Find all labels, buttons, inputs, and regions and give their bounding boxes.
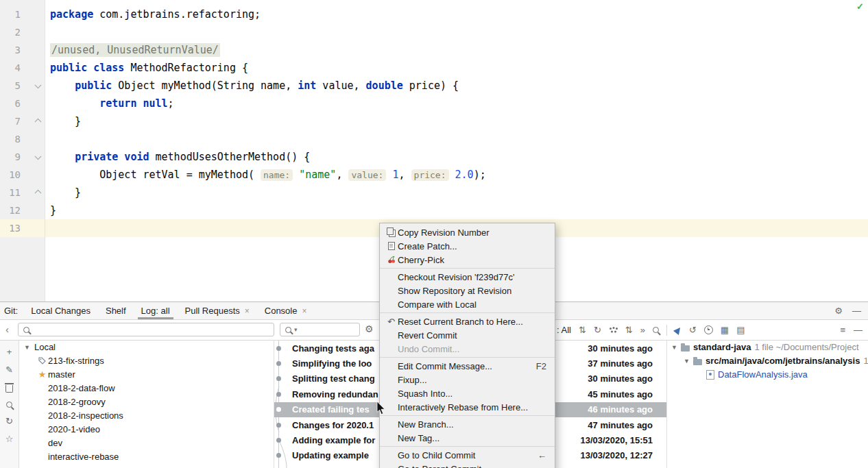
navigate-icon[interactable] (675, 327, 682, 334)
filter-settings-icon[interactable]: ⚙ (365, 323, 374, 334)
file-row[interactable]: ▼src/main/java/com/jetbrains/analysis1 (667, 354, 868, 368)
menu-item[interactable]: Copy Revision Number (380, 225, 555, 239)
settings-icon[interactable]: ⚙ (834, 306, 843, 315)
fold-open-icon[interactable] (35, 153, 42, 160)
code-line[interactable]: return null; (45, 95, 868, 112)
gutter-line: 8 (0, 130, 45, 148)
branch-item[interactable]: 213-fix-strings (19, 354, 274, 368)
tab-shelf[interactable]: Shelf (98, 302, 134, 319)
sort-icon[interactable]: ⇅ (579, 325, 586, 334)
code-line[interactable]: } (45, 201, 868, 219)
branch-item[interactable]: 2020-1-video (19, 422, 274, 436)
tab-log-all[interactable]: Log: all (134, 302, 178, 319)
commit-node-icon (276, 346, 281, 351)
file-row[interactable]: ▼standard-java1 file ~/Documents/Project (667, 341, 868, 354)
branch-item[interactable]: 2018-2-data-flow (19, 382, 274, 395)
menu-item[interactable]: Go to Child Commit← (380, 448, 555, 462)
delete-icon[interactable] (5, 383, 13, 393)
branch-item[interactable]: interactive-rebase (19, 449, 274, 463)
filter-summary[interactable]: : All (557, 325, 571, 335)
details-icon[interactable] (609, 327, 618, 334)
code-line[interactable]: } (45, 112, 868, 130)
branch-item[interactable]: ★master (19, 368, 274, 382)
line-number: 13 (0, 223, 21, 234)
menu-item[interactable]: Revert Commit (380, 328, 555, 342)
branches-pane[interactable]: ▼Local213-fix-strings★master2018-2-data-… (19, 341, 274, 468)
close-icon[interactable]: × (302, 306, 306, 316)
sort-icon[interactable]: ⇅ (625, 325, 633, 334)
menu-item[interactable]: Cherry-Pick (380, 253, 555, 267)
favorite-icon[interactable]: ☆ (5, 434, 14, 443)
chevron-down-icon[interactable]: ▼ (671, 344, 677, 351)
menu-item[interactable]: New Tag... (380, 431, 555, 445)
menu-item[interactable]: Squash Into... (380, 386, 555, 400)
code-token: , (399, 169, 411, 181)
search-icon (285, 327, 291, 333)
menu-item[interactable]: Show Repository at Revision (380, 284, 555, 297)
menu-item[interactable]: Checkout Revision 'f239d77c' (380, 270, 555, 284)
menu-item[interactable]: Edit Commit Message...F2 (380, 359, 555, 373)
log-filter-input[interactable]: ▾ (280, 323, 360, 336)
commit-node-icon (276, 423, 281, 428)
menu-icon-slot (385, 242, 398, 250)
branch-group-local[interactable]: ▼Local (19, 341, 274, 354)
code-line[interactable]: private void methodUsesOtherMethod() { (45, 148, 868, 166)
add-icon[interactable]: + (7, 347, 12, 356)
parameter-hint: name: (261, 169, 293, 181)
tab-console[interactable]: Console× (257, 302, 315, 319)
menu-item-label: Cherry-Pick (398, 255, 444, 265)
branch-item[interactable]: 2018-2-inspections (19, 408, 274, 422)
grid-icon[interactable]: ▦ (721, 325, 729, 334)
patch-icon (388, 242, 395, 250)
branch-item[interactable]: dev (19, 436, 274, 449)
code-line[interactable] (45, 23, 868, 41)
search-icon[interactable] (6, 402, 12, 408)
code-token (293, 169, 299, 181)
find-icon[interactable] (653, 327, 659, 333)
refresh-icon[interactable]: ↻ (594, 325, 601, 334)
chevron-down-icon[interactable]: ▼ (24, 344, 30, 351)
gutter-line: 4 (0, 59, 45, 77)
tab-local-changes[interactable]: Local Changes (23, 302, 98, 319)
search-input[interactable] (18, 323, 274, 336)
code-line[interactable]: /unused, UnusedReturnValue/ (45, 41, 868, 59)
close-icon[interactable]: × (245, 306, 250, 316)
menu-item[interactable]: Compare with Local (380, 297, 555, 311)
file-row[interactable]: DataFlowAnalysis.java (667, 368, 868, 382)
menu-item[interactable]: Interactively Rebase from Here... (380, 400, 555, 414)
changed-files-pane[interactable]: ▼standard-java1 file ~/Documents/Project… (667, 341, 868, 468)
editor-icon[interactable]: ▤ (736, 325, 745, 334)
menu-item[interactable]: Create Patch... (380, 239, 555, 253)
history-icon[interactable] (704, 325, 713, 334)
hide-icon[interactable]: — (852, 306, 861, 315)
commit-node-icon (276, 376, 281, 381)
view-options-icon[interactable]: ≡ (840, 325, 845, 334)
inspections-ok-icon[interactable]: ✓ (856, 1, 864, 12)
menu-item[interactable]: ↶Reset Current Branch to Here... (380, 315, 555, 328)
commit-time: 30 minutes ago (588, 343, 666, 354)
fold-close-icon[interactable] (35, 119, 42, 125)
more-icon[interactable]: » (640, 325, 645, 334)
menu-item-label: Reset Current Branch to Here... (398, 317, 523, 327)
menu-item[interactable]: New Branch... (380, 417, 555, 431)
code-line[interactable]: public class MethodRefactoring { (45, 59, 868, 77)
code-line[interactable]: Object retVal = myMethod( name: "name", … (45, 166, 868, 184)
chevron-down-icon[interactable]: ▾ (294, 326, 298, 333)
menu-item[interactable]: Fixup... (380, 373, 555, 386)
code-line[interactable]: public Object myMethod(String name, int … (45, 77, 868, 95)
rollback-icon[interactable]: ↺ (689, 325, 697, 334)
commit-time: 13/03/2020, 15:51 (580, 435, 666, 445)
fold-close-icon[interactable] (35, 190, 42, 197)
collapse-icon[interactable]: — (854, 325, 863, 334)
menu-item[interactable]: Go to Parent Commit (380, 462, 555, 468)
tab-pull-requests[interactable]: Pull Requests× (178, 302, 257, 319)
code-line[interactable]: package com.jetbrains.refactoring; (45, 5, 868, 23)
code-line[interactable]: } (45, 184, 868, 201)
branch-item[interactable]: 2018-2-groovy (19, 395, 274, 409)
code-line[interactable] (45, 130, 868, 148)
back-chevron-icon[interactable]: ‹ (5, 323, 9, 335)
refresh-icon[interactable]: ↻ (5, 417, 13, 426)
fold-open-icon[interactable] (35, 82, 42, 88)
edit-icon[interactable]: ✎ (5, 365, 13, 374)
chevron-down-icon[interactable]: ▼ (684, 358, 690, 365)
